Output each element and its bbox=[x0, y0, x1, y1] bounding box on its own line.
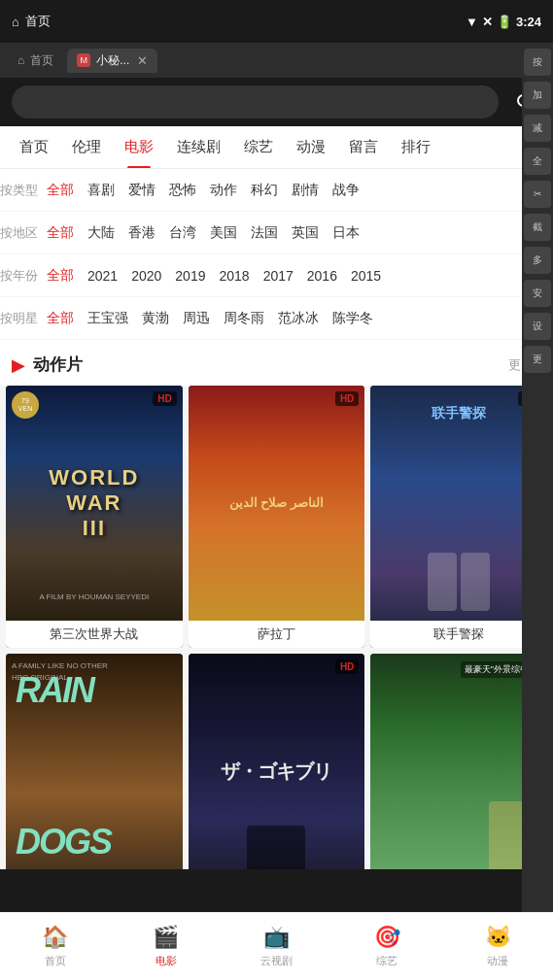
home-tab-icon: ⌂ bbox=[17, 53, 24, 67]
nav-tab-ethics[interactable]: 伦理 bbox=[60, 126, 113, 169]
filter-row-type: 按类型 全部 喜剧 爱情 恐怖 动作 科幻 剧情 战争 bbox=[0, 169, 553, 212]
filter-region-mainland[interactable]: 大陆 bbox=[87, 224, 115, 242]
browser-tab-home[interactable]: ⌂ 首页 bbox=[8, 49, 63, 73]
filter-type-comedy[interactable]: 喜剧 bbox=[87, 182, 115, 199]
bottom-nav-variety[interactable]: 🎯 综艺 bbox=[331, 925, 442, 968]
filter-year-2020[interactable]: 2020 bbox=[131, 268, 161, 284]
filter-region-all[interactable]: 全部 bbox=[47, 224, 74, 242]
filter-type-drama[interactable]: 剧情 bbox=[292, 182, 319, 199]
nav-tab-anime[interactable]: 动漫 bbox=[285, 126, 337, 169]
filter-year-2021[interactable]: 2021 bbox=[87, 268, 118, 284]
bottom-nav-movie[interactable]: 🎬 电影 bbox=[111, 925, 222, 968]
nav-tab-rank[interactable]: 排行 bbox=[390, 126, 442, 169]
filter-region-uk[interactable]: 英国 bbox=[292, 224, 319, 242]
filter-type-scifi[interactable]: 科幻 bbox=[251, 182, 278, 199]
tab-favicon: M bbox=[77, 53, 90, 67]
filter-label-type: 按类型 bbox=[0, 182, 47, 199]
filter-star-1[interactable]: 王宝强 bbox=[87, 310, 128, 327]
bottom-anime-label: 动漫 bbox=[487, 954, 508, 968]
filter-star-3[interactable]: 周迅 bbox=[183, 310, 210, 327]
filter-label-region: 按地区 bbox=[0, 224, 47, 242]
home-icon: ⌂ bbox=[12, 15, 19, 29]
movie-title-detective: 联手警探 bbox=[370, 621, 547, 648]
bottom-home-icon: 🏠 bbox=[42, 925, 68, 950]
filter-region-hk[interactable]: 香港 bbox=[128, 224, 156, 242]
home-tab-label: 首页 bbox=[30, 52, 53, 69]
movie-card-raindogs[interactable]: A FAMILY LIKE NO OTHER HBO ORIGINAL RAIN… bbox=[6, 654, 183, 869]
bottom-tv-icon: 📺 bbox=[263, 925, 290, 950]
filter-star-all[interactable]: 全部 bbox=[47, 310, 74, 327]
side-btn-3[interactable]: 全 bbox=[524, 148, 551, 175]
filter-star-5[interactable]: 范冰冰 bbox=[278, 310, 319, 327]
browser-tabbar: ⌂ 首页 M 小秘... ✕ ⋮ bbox=[0, 43, 553, 78]
filter-region-tw[interactable]: 台湾 bbox=[169, 224, 196, 242]
side-btn-2[interactable]: 减 bbox=[524, 115, 551, 142]
bottom-variety-label: 综艺 bbox=[376, 954, 397, 968]
filter-type-war[interactable]: 战争 bbox=[332, 182, 360, 199]
movie-poster-outdoor: 最豪天"外景综餐厅 bbox=[370, 654, 547, 869]
side-btn-0[interactable]: 按 bbox=[524, 49, 551, 76]
venice-badge: 79VEN bbox=[12, 391, 39, 419]
filter-region-fr[interactable]: 法国 bbox=[251, 224, 278, 242]
poster-subtitle-wwiii: A FILM BY HOUMAN SEYYEDI bbox=[6, 592, 183, 601]
status-home-label: 首页 bbox=[25, 13, 51, 30]
poster-figure-gokiburi bbox=[247, 826, 305, 869]
movie-card-saladin[interactable]: الناصر صلاح الدين HD 萨拉丁 bbox=[189, 386, 365, 648]
bottom-nav-tv[interactable]: 📺 云视剧 bbox=[222, 925, 332, 968]
movie-poster-gokiburi: ザ・ゴキブリ HD bbox=[189, 654, 365, 869]
status-bar: ⌂ 首页 ▼ ✕ 🔋 3:24 bbox=[0, 0, 553, 43]
filter-type-horror[interactable]: 恐怖 bbox=[169, 182, 196, 199]
bottom-nav-anime[interactable]: 🐱 动漫 bbox=[442, 925, 553, 968]
nav-tab-home[interactable]: 首页 bbox=[8, 126, 60, 169]
filter-year-all[interactable]: 全部 bbox=[47, 267, 74, 285]
filter-year-2015[interactable]: 2015 bbox=[351, 268, 381, 284]
browser-tab-secret[interactable]: M 小秘... ✕ bbox=[67, 49, 157, 73]
side-panel: 按 加 减 全 ✂ 截 多 安 设 更 bbox=[522, 43, 553, 912]
filter-star-4[interactable]: 周冬雨 bbox=[224, 310, 264, 327]
nav-tab-variety[interactable]: 综艺 bbox=[232, 126, 285, 169]
nav-tab-series[interactable]: 连续剧 bbox=[165, 126, 232, 169]
poster-text-wwiii: WORLDWARIII bbox=[49, 465, 139, 542]
poster-rain-text: RAIN bbox=[16, 673, 93, 708]
filter-label-year: 按年份 bbox=[0, 267, 47, 285]
filter-star-2[interactable]: 黄渤 bbox=[142, 310, 169, 327]
filter-row-region: 按地区 全部 大陆 香港 台湾 美国 法国 英国 日本 bbox=[0, 212, 553, 254]
poster-family-label: A FAMILY LIKE NO OTHER bbox=[12, 661, 108, 670]
side-btn-8[interactable]: 设 bbox=[524, 313, 551, 340]
address-input[interactable] bbox=[12, 85, 499, 118]
side-btn-4[interactable]: ✂ bbox=[524, 181, 551, 208]
nav-tab-message[interactable]: 留言 bbox=[337, 126, 390, 169]
filter-row-year: 按年份 全部 2021 2020 2019 2018 2017 2016 201… bbox=[0, 254, 553, 297]
bottom-nav-home[interactable]: 🏠 首页 bbox=[0, 925, 111, 968]
filter-region-us[interactable]: 美国 bbox=[210, 224, 237, 242]
side-btn-5[interactable]: 截 bbox=[524, 214, 551, 241]
movie-card-outdoor[interactable]: 最豪天"外景综餐厅 最豪天外景综餐厅 bbox=[370, 654, 547, 869]
filter-type-all[interactable]: 全部 bbox=[47, 182, 74, 199]
bottom-anime-icon: 🐱 bbox=[485, 925, 511, 950]
filter-year-2019[interactable]: 2019 bbox=[175, 268, 205, 284]
action-section-header: ▶ 动作片 更多 › bbox=[0, 340, 553, 386]
nav-tab-movie[interactable]: 电影 bbox=[113, 126, 165, 169]
movie-card-wwiii[interactable]: 79VEN WORLDWARIII A FILM BY HOUMAN SEYYE… bbox=[6, 386, 183, 648]
filter-star-6[interactable]: 陈学冬 bbox=[332, 310, 373, 327]
filter-region-jp[interactable]: 日本 bbox=[332, 224, 360, 242]
movie-poster-raindogs: A FAMILY LIKE NO OTHER HBO ORIGINAL RAIN… bbox=[6, 654, 183, 869]
status-left: ⌂ 首页 bbox=[12, 13, 51, 30]
side-btn-7[interactable]: 安 bbox=[524, 280, 551, 307]
status-right: ▼ ✕ 🔋 3:24 bbox=[466, 15, 541, 29]
side-btn-1[interactable]: 加 bbox=[524, 82, 551, 109]
tab-close-button[interactable]: ✕ bbox=[137, 53, 148, 68]
filter-label-star: 按明星 bbox=[0, 310, 47, 327]
filter-year-2018[interactable]: 2018 bbox=[219, 268, 249, 284]
filter-year-2017[interactable]: 2017 bbox=[263, 268, 294, 284]
signal-icon: ✕ bbox=[482, 15, 493, 29]
movie-card-gokiburi[interactable]: ザ・ゴキブリ HD ザ・ゴキブリ bbox=[189, 654, 365, 869]
filter-type-action[interactable]: 动作 bbox=[210, 182, 237, 199]
side-btn-9[interactable]: 更 bbox=[524, 346, 551, 373]
filter-year-2016[interactable]: 2016 bbox=[307, 268, 337, 284]
poster-dogs-text: DOGS bbox=[16, 825, 111, 860]
filter-type-romance[interactable]: 爱情 bbox=[128, 182, 156, 199]
time-display: 3:24 bbox=[516, 15, 541, 29]
movie-card-detective[interactable]: 联手警探 HD 联手警探 bbox=[370, 386, 547, 648]
side-btn-6[interactable]: 多 bbox=[524, 247, 551, 274]
